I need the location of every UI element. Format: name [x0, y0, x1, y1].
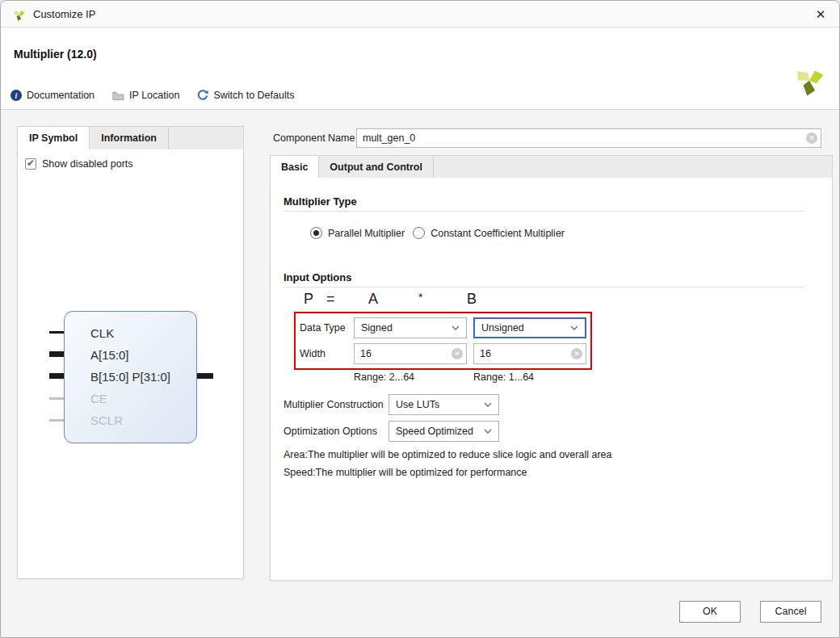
refresh-icon — [197, 90, 208, 101]
ce-port-stub — [49, 397, 64, 400]
data-type-b-dropdown[interactable]: Unsigned — [473, 317, 586, 338]
multiplier-construction-value: Use LUTs — [396, 399, 439, 410]
input-options-title: Input Options — [284, 271, 351, 283]
chevron-down-icon — [452, 325, 460, 330]
equation-star: * — [418, 291, 422, 304]
tab-basic[interactable]: Basic — [271, 156, 319, 178]
section-divider — [284, 287, 804, 288]
ok-button[interactable]: OK — [679, 601, 741, 623]
customize-ip-dialog: Customize IP ✕ Multiplier (12.0) i Docum… — [0, 0, 840, 638]
port-clk: CLK — [90, 325, 204, 342]
multiplier-construction-label: Multiplier Construction — [284, 399, 384, 410]
optimization-options-value: Speed Optimized — [396, 426, 473, 437]
clear-icon[interactable]: ✕ — [571, 348, 582, 359]
show-disabled-ports-checkbox[interactable]: Show disabled ports — [25, 158, 133, 170]
a-port-stub — [49, 351, 64, 357]
checkbox-icon[interactable] — [25, 158, 36, 170]
documentation-label: Documentation — [27, 90, 94, 101]
dialog-content: IP Symbol Information Show disabled port… — [1, 111, 839, 638]
radio-constant-coefficient[interactable]: Constant Coefficient Multiplier — [413, 227, 565, 239]
ip-symbol-body: Show disabled ports CLK A[15:0] B[1 — [17, 149, 244, 579]
tab-output-and-control[interactable]: Output and Control — [319, 156, 434, 178]
dialog-header: Multiplier (12.0) i Documentation IP Loc… — [1, 28, 839, 110]
config-panel: Basic Output and Control Multiplier Type… — [270, 155, 833, 581]
component-name-label: Component Name — [273, 132, 355, 144]
multiplier-type-title: Multiplier Type — [284, 195, 357, 208]
info-icon: i — [10, 90, 22, 101]
radio-label-parallel: Parallel Multiplier — [328, 228, 405, 239]
range-a-label: Range: 2...64 — [354, 371, 414, 383]
width-a-field-wrap: ✕ — [354, 343, 467, 364]
data-type-label: Data Type — [300, 322, 346, 334]
xilinx-logo — [792, 62, 826, 96]
data-type-a-value: Signed — [361, 322, 393, 334]
toolbar: i Documentation IP Location Switch to De… — [10, 90, 294, 101]
chevron-down-icon — [484, 429, 492, 434]
config-tab-strip: Basic Output and Control — [270, 155, 833, 178]
switch-to-defaults-label: Switch to Defaults — [213, 90, 294, 101]
width-label: Width — [300, 348, 326, 359]
b-port-stub — [49, 373, 64, 379]
multiplier-type-options: Parallel Multiplier Constant Coefficient… — [310, 227, 565, 239]
left-tab-strip: IP Symbol Information — [17, 126, 244, 149]
chevron-down-icon — [484, 402, 492, 407]
tab-information[interactable]: Information — [90, 127, 169, 149]
sclr-port-stub — [49, 419, 64, 422]
range-b-label: Range: 1...64 — [473, 371, 534, 383]
port-ce: CE — [90, 390, 204, 408]
multiplier-construction-dropdown[interactable]: Use LUTs — [388, 394, 499, 415]
window-title: Customize IP — [33, 8, 95, 20]
radio-label-constant: Constant Coefficient Multiplier — [430, 228, 565, 239]
tab-ip-symbol[interactable]: IP Symbol — [18, 127, 90, 149]
radio-icon[interactable] — [413, 227, 425, 239]
data-type-a-dropdown[interactable]: Signed — [354, 317, 467, 338]
ip-symbol-panel: IP Symbol Information Show disabled port… — [17, 126, 244, 579]
title-bar: Customize IP ✕ — [1, 1, 839, 27]
xilinx-logo-icon — [12, 7, 26, 21]
equation-a: A — [368, 291, 378, 308]
component-name-field-wrap: ✕ — [356, 128, 821, 148]
optimization-options-label: Optimization Options — [284, 426, 377, 437]
optimization-options-dropdown[interactable]: Speed Optimized — [388, 421, 499, 442]
clk-port-stub — [49, 331, 64, 334]
cancel-button[interactable]: Cancel — [760, 601, 821, 623]
width-b-input[interactable] — [473, 343, 586, 364]
width-a-input[interactable] — [354, 343, 467, 364]
clear-icon[interactable]: ✕ — [806, 132, 817, 144]
data-type-b-value: Unsigned — [481, 322, 524, 334]
port-sclr: SCLR — [90, 412, 204, 430]
clear-icon[interactable]: ✕ — [452, 348, 463, 359]
equation-eq: = — [326, 291, 335, 308]
area-note: Area:The multiplier will be optimized to… — [284, 449, 611, 460]
ip-title: Multiplier (12.0) — [14, 48, 97, 61]
ip-location-label: IP Location — [129, 90, 179, 101]
equation-p: P — [304, 291, 313, 308]
documentation-button[interactable]: i Documentation — [10, 90, 94, 101]
symbol-box: CLK A[15:0] B[15:0] CE SCLR P[31:0] — [64, 311, 197, 443]
ip-symbol-diagram: CLK A[15:0] B[15:0] CE SCLR P[31:0] — [49, 311, 214, 443]
port-p: P[31:0] — [132, 368, 170, 386]
ip-location-button[interactable]: IP Location — [112, 90, 179, 101]
radio-parallel-multiplier[interactable]: Parallel Multiplier — [310, 227, 405, 239]
close-icon[interactable]: ✕ — [810, 4, 831, 25]
equation-b: B — [467, 291, 477, 308]
section-divider — [284, 211, 804, 212]
switch-to-defaults-button[interactable]: Switch to Defaults — [197, 90, 294, 101]
component-name-input[interactable] — [356, 128, 821, 148]
speed-note: Speed:The multiplier will be optimized f… — [284, 467, 527, 478]
radio-icon[interactable] — [310, 227, 322, 239]
width-b-field-wrap: ✕ — [473, 343, 586, 364]
chevron-down-icon — [570, 325, 578, 330]
config-body: Multiplier Type Parallel Multiplier Cons… — [270, 178, 833, 581]
folder-icon — [112, 90, 124, 101]
show-disabled-ports-label: Show disabled ports — [42, 158, 133, 170]
port-a: A[15:0] — [90, 346, 204, 364]
